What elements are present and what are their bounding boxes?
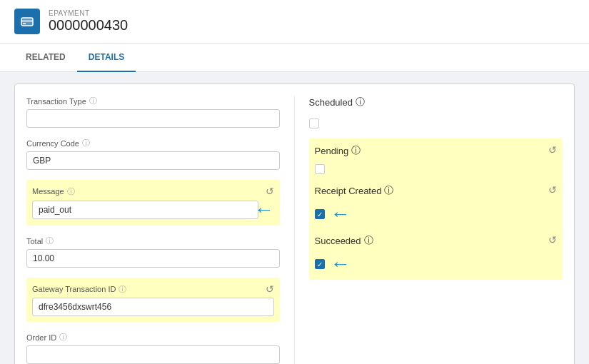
scheduled-label: Scheduled [309,97,353,108]
receipt-created-info-icon[interactable]: ⓘ [384,184,393,197]
message-label: Message [32,187,64,196]
transaction-type-field: Transaction Type ⓘ [26,96,280,128]
right-column: Scheduled ⓘ Pending ⓘ [295,96,563,364]
receipt-created-checkbox[interactable] [315,209,325,219]
gateway-transaction-id-label: Gateway Transaction ID [32,285,116,293]
svg-rect-3 [23,23,26,24]
svg-rect-2 [21,20,33,22]
total-info-icon[interactable]: ⓘ [46,236,54,246]
gateway-info-icon[interactable]: ⓘ [119,284,126,295]
message-arrow: ← [254,200,274,220]
pending-reset-icon[interactable]: ↺ [548,144,557,156]
header-title: 0000000430 [49,17,128,34]
main-content: Transaction Type ⓘ Currency Code ⓘ [0,72,589,364]
currency-code-label: Currency Code [26,139,79,148]
header-label: EPAYMENT [49,9,128,17]
tabs-bar: RELATED DETAILS [0,44,589,72]
gateway-reset-icon[interactable]: ↺ [266,283,274,295]
gateway-transaction-id-field: Gateway Transaction ID ⓘ ↺ [26,278,280,322]
scheduled-field: Scheduled ⓘ [309,96,563,108]
currency-code-info-icon[interactable]: ⓘ [82,138,90,148]
page: EPAYMENT 0000000430 RELATED DETAILS Tran… [0,0,589,364]
message-reset-icon[interactable]: ↺ [266,186,274,197]
receipt-created-checkbox-row: ← [315,204,558,224]
transaction-type-label: Transaction Type [26,97,86,106]
order-id-info-icon[interactable]: ⓘ [59,332,67,343]
left-column: Transaction Type ⓘ Currency Code ⓘ [26,96,295,364]
total-label: Total [26,237,43,246]
message-info-icon[interactable]: ⓘ [67,186,75,197]
succeeded-label: Succeeded [315,236,361,246]
epayment-icon [14,9,40,34]
succeeded-checkbox[interactable] [315,259,325,269]
succeeded-checkbox-row: ← [315,254,558,274]
transaction-type-info-icon[interactable]: ⓘ [89,96,97,106]
receipt-created-label: Receipt Created [315,186,382,196]
succeeded-field: Succeeded ⓘ ↺ [315,234,558,247]
pending-field: Pending ⓘ ↺ [315,144,558,157]
message-field: Message ⓘ ↺ ← [26,180,280,226]
tab-details[interactable]: DETAILS [77,44,136,72]
pending-checkbox[interactable] [315,164,325,174]
message-input[interactable] [32,201,258,219]
currency-code-field: Currency Code ⓘ [26,138,280,170]
right-highlighted-section: Pending ⓘ ↺ Receipt Created [309,138,563,280]
header: EPAYMENT 0000000430 [0,0,589,44]
form-grid: Transaction Type ⓘ Currency Code ⓘ [26,96,563,364]
pending-info-icon[interactable]: ⓘ [351,144,361,157]
currency-code-input[interactable] [26,151,280,170]
scheduled-info-icon[interactable]: ⓘ [356,96,365,108]
header-text: EPAYMENT 0000000430 [49,9,128,34]
total-input[interactable] [26,249,280,268]
receipt-created-arrow: ← [331,204,351,224]
scheduled-checkbox-row [309,118,563,128]
receipt-created-field: Receipt Created ⓘ ↺ [315,184,558,197]
pending-checkbox-row [315,164,558,174]
transaction-type-input[interactable] [26,109,280,128]
receipt-created-reset-icon[interactable]: ↺ [548,184,557,196]
pending-label: Pending [315,146,349,156]
order-id-input[interactable] [26,345,280,364]
form-card: Transaction Type ⓘ Currency Code ⓘ [14,84,575,364]
scheduled-checkbox[interactable] [309,118,319,128]
order-id-label: Order ID [26,333,56,342]
order-id-field: Order ID ⓘ [26,332,280,364]
succeeded-arrow: ← [331,254,351,274]
succeeded-info-icon[interactable]: ⓘ [364,234,373,247]
total-field: Total ⓘ [26,236,280,268]
gateway-transaction-id-input[interactable] [32,298,274,316]
succeeded-reset-icon[interactable]: ↺ [548,234,557,246]
tab-related[interactable]: RELATED [14,44,77,72]
